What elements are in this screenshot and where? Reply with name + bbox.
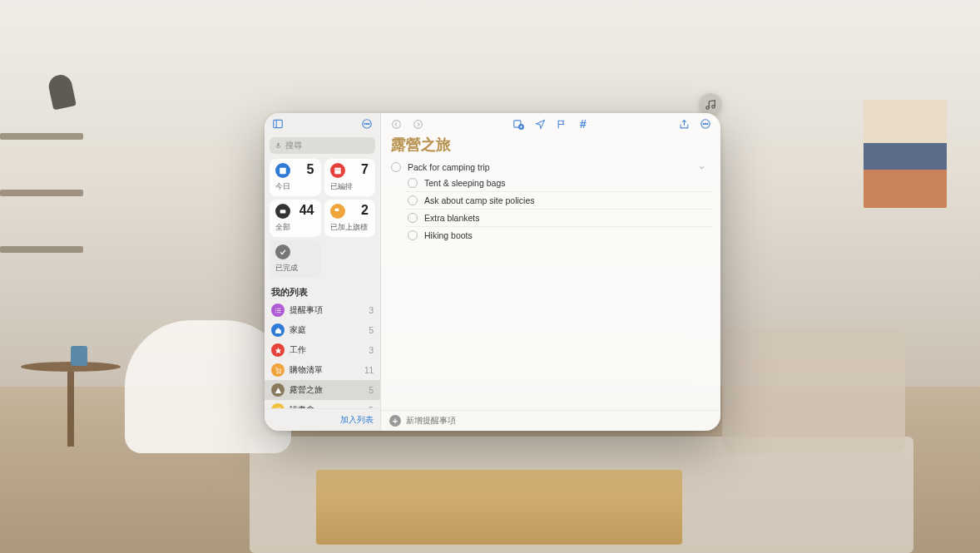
smart-today-count: 5 [307, 162, 314, 177]
svg-point-5 [364, 123, 365, 124]
svg-point-1 [712, 106, 715, 108]
smart-today[interactable]: 5 今日 [270, 159, 321, 196]
svg-rect-9 [334, 168, 341, 175]
main-panel: # 露營之旅 Pack for camping trip Tent & slee… [381, 113, 720, 431]
svg-point-19 [276, 372, 277, 373]
sidebar-list-item[interactable]: 提醒事項3 [265, 300, 380, 320]
svg-marker-18 [275, 347, 281, 353]
calendar-today-icon [275, 163, 290, 178]
smart-scheduled[interactable]: 7 已編排 [324, 159, 376, 196]
search-input[interactable]: 搜尋 [270, 137, 375, 154]
complete-radio[interactable] [391, 162, 401, 172]
reminders-window: 搜尋 5 今日 7 已編排 44 全部 [265, 113, 720, 431]
complete-radio[interactable] [408, 178, 418, 188]
complete-radio[interactable] [408, 213, 418, 223]
list-name: 露營之旅 [290, 384, 364, 396]
flag-toolbar-icon[interactable] [555, 117, 568, 131]
list-name: 工作 [290, 344, 364, 356]
reminder-parent-row[interactable]: Pack for camping trip [388, 160, 714, 175]
new-reminder-button[interactable]: + 新增提醒事項 [381, 410, 720, 431]
my-lists-header: 我的列表 [265, 281, 380, 300]
search-placeholder: 搜尋 [285, 140, 302, 151]
svg-point-22 [413, 120, 422, 128]
list-icon [271, 363, 285, 377]
complete-radio[interactable] [408, 230, 418, 240]
svg-point-7 [369, 123, 369, 124]
smart-all-count: 44 [299, 203, 314, 218]
tray-icon [275, 204, 290, 219]
add-list-button[interactable]: 加入列表 [265, 408, 380, 431]
sidebar-list-item[interactable]: 露營之旅5 [265, 380, 380, 400]
list-icon [271, 323, 285, 337]
list-name: 購物清單 [290, 364, 359, 376]
more-toolbar-icon[interactable] [699, 117, 712, 131]
subtasks-container: Tent & sleeping bagsAsk about camp site … [388, 175, 714, 244]
tag-icon[interactable]: # [577, 117, 590, 131]
share-icon[interactable] [677, 117, 690, 131]
reminder-sub-row[interactable]: Hiking boots [406, 227, 714, 244]
plus-icon: + [389, 415, 401, 427]
svg-point-0 [706, 106, 710, 110]
list-icon [271, 304, 285, 317]
smart-completed-label: 已完成 [275, 263, 315, 274]
smart-scheduled-label: 已編排 [330, 181, 370, 192]
svg-point-29 [705, 123, 705, 124]
list-count: 5 [369, 326, 374, 335]
reminder-text: Tent & sleeping bags [424, 178, 712, 188]
smart-scheduled-count: 7 [361, 162, 369, 177]
more-icon[interactable] [360, 117, 374, 131]
sidebar-list-item[interactable]: 工作3 [265, 340, 380, 360]
list-count: 3 [369, 346, 374, 355]
nav-back-icon[interactable] [389, 117, 403, 131]
chevron-down-icon[interactable] [698, 164, 705, 171]
complete-radio[interactable] [408, 195, 418, 205]
reminder-text: Hiking boots [424, 230, 712, 240]
reminder-text: Pack for camping trip [408, 162, 691, 172]
calendar-icon [330, 163, 345, 178]
reminder-sub-row[interactable]: Extra blankets [406, 210, 714, 227]
svg-point-21 [392, 120, 400, 128]
sidebar-list-item[interactable]: 家庭5 [265, 320, 380, 340]
svg-rect-8 [280, 168, 286, 175]
smart-flagged-label: 已加上旗標 [330, 222, 370, 233]
list-count: 3 [369, 306, 374, 315]
svg-point-6 [366, 123, 367, 124]
sidebar-list-item[interactable]: 讀書會5 [265, 400, 380, 408]
toolbar: # [381, 113, 720, 135]
sidebar: 搜尋 5 今日 7 已編排 44 全部 [265, 113, 381, 431]
list-count: 11 [364, 366, 374, 375]
svg-point-17 [275, 312, 275, 313]
svg-point-15 [275, 308, 275, 309]
reminder-text: Ask about camp site policies [424, 195, 712, 205]
smart-all-label: 全部 [275, 222, 315, 233]
calendar-add-icon[interactable] [512, 117, 525, 131]
smart-flagged[interactable]: 2 已加上旗標 [324, 200, 376, 237]
list-icon [271, 343, 285, 357]
svg-point-30 [707, 123, 708, 124]
reminder-sub-row[interactable]: Ask about camp site policies [406, 192, 714, 210]
location-icon[interactable] [533, 117, 547, 131]
reminders-content: Pack for camping trip Tent & sleeping ba… [381, 160, 720, 410]
list-name: 提醒事項 [290, 304, 364, 316]
svg-point-20 [280, 372, 280, 373]
mic-icon [275, 142, 282, 150]
new-reminder-label: 新增提醒事項 [406, 415, 456, 427]
list-name: 家庭 [290, 324, 364, 336]
smart-all[interactable]: 44 全部 [270, 200, 321, 237]
reminder-sub-row[interactable]: Tent & sleeping bags [406, 175, 714, 192]
check-icon [275, 244, 290, 259]
list-count: 5 [369, 386, 374, 395]
list-icon [271, 383, 285, 397]
reminder-text: Extra blankets [424, 213, 712, 223]
nav-forward-icon[interactable] [411, 117, 424, 131]
sidebar-list-item[interactable]: 購物清單11 [265, 360, 380, 380]
list-title: 露營之旅 [381, 135, 720, 160]
sidebar-toggle-icon[interactable] [271, 117, 285, 131]
flag-icon [330, 204, 345, 219]
smart-completed[interactable]: 已完成 [270, 240, 321, 278]
lists-container: 提醒事項3家庭5工作3購物清單11露營之旅5讀書會5 [265, 300, 380, 408]
svg-rect-2 [274, 120, 283, 127]
svg-rect-11 [280, 210, 286, 213]
smart-today-label: 今日 [275, 181, 315, 192]
svg-point-28 [703, 123, 704, 124]
